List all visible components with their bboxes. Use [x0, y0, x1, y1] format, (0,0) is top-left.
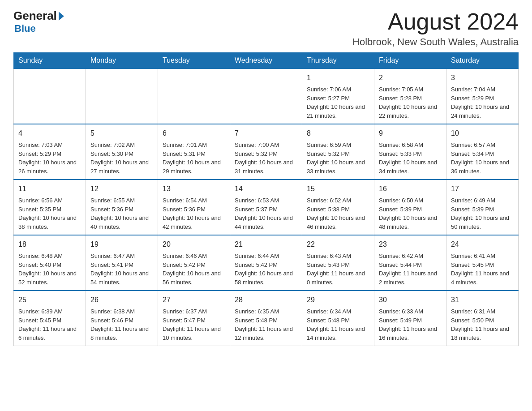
day-info: Sunrise: 6:54 AMSunset: 5:36 PMDaylight:… — [163, 196, 225, 231]
calendar-cell: 17Sunrise: 6:49 AMSunset: 5:39 PMDayligh… — [446, 180, 519, 235]
calendar-cell: 4Sunrise: 7:03 AMSunset: 5:29 PMDaylight… — [14, 124, 86, 180]
calendar-week-row: 11Sunrise: 6:56 AMSunset: 5:35 PMDayligh… — [14, 180, 519, 235]
title-block: August 2024 Holbrook, New South Wales, A… — [352, 9, 519, 48]
day-info: Sunrise: 6:43 AMSunset: 5:43 PMDaylight:… — [307, 252, 369, 287]
day-number: 1 — [307, 73, 369, 83]
day-info: Sunrise: 6:52 AMSunset: 5:38 PMDaylight:… — [307, 196, 369, 231]
calendar-cell — [158, 68, 230, 124]
day-info: Sunrise: 6:47 AMSunset: 5:41 PMDaylight:… — [90, 252, 153, 287]
day-number: 15 — [307, 184, 369, 194]
calendar-cell: 20Sunrise: 6:46 AMSunset: 5:42 PMDayligh… — [158, 235, 230, 291]
day-info: Sunrise: 6:34 AMSunset: 5:48 PMDaylight:… — [307, 307, 369, 342]
day-info: Sunrise: 6:59 AMSunset: 5:32 PMDaylight:… — [307, 141, 369, 176]
day-number: 25 — [18, 295, 81, 305]
logo-blue: Blue — [14, 23, 36, 34]
calendar-cell: 23Sunrise: 6:42 AMSunset: 5:44 PMDayligh… — [374, 235, 446, 291]
day-number: 4 — [18, 128, 81, 139]
day-number: 5 — [90, 128, 153, 139]
calendar-cell: 11Sunrise: 6:56 AMSunset: 5:35 PMDayligh… — [14, 180, 86, 235]
day-info: Sunrise: 6:37 AMSunset: 5:47 PMDaylight:… — [163, 307, 225, 342]
calendar-cell: 12Sunrise: 6:55 AMSunset: 5:36 PMDayligh… — [86, 180, 158, 235]
calendar-cell: 27Sunrise: 6:37 AMSunset: 5:47 PMDayligh… — [158, 291, 230, 346]
calendar-cell: 10Sunrise: 6:57 AMSunset: 5:34 PMDayligh… — [446, 124, 519, 180]
day-info: Sunrise: 7:04 AMSunset: 5:29 PMDaylight:… — [451, 85, 514, 120]
calendar-cell: 15Sunrise: 6:52 AMSunset: 5:38 PMDayligh… — [302, 180, 374, 235]
calendar-cell: 7Sunrise: 7:00 AMSunset: 5:32 PMDaylight… — [230, 124, 302, 180]
day-info: Sunrise: 6:55 AMSunset: 5:36 PMDaylight:… — [90, 196, 153, 231]
calendar-day-header: Saturday — [446, 53, 519, 69]
calendar-day-header: Monday — [86, 53, 158, 69]
calendar-cell: 21Sunrise: 6:44 AMSunset: 5:42 PMDayligh… — [230, 235, 302, 291]
calendar-cell: 19Sunrise: 6:47 AMSunset: 5:41 PMDayligh… — [86, 235, 158, 291]
calendar-cell: 24Sunrise: 6:41 AMSunset: 5:45 PMDayligh… — [446, 235, 519, 291]
calendar-cell: 1Sunrise: 7:06 AMSunset: 5:27 PMDaylight… — [302, 68, 374, 124]
calendar-week-row: 18Sunrise: 6:48 AMSunset: 5:40 PMDayligh… — [14, 235, 519, 291]
day-info: Sunrise: 7:02 AMSunset: 5:30 PMDaylight:… — [90, 141, 153, 176]
day-info: Sunrise: 7:00 AMSunset: 5:32 PMDaylight:… — [235, 141, 297, 176]
day-info: Sunrise: 6:35 AMSunset: 5:48 PMDaylight:… — [235, 307, 297, 342]
day-number: 3 — [451, 73, 514, 83]
day-number: 8 — [307, 128, 369, 139]
day-info: Sunrise: 6:41 AMSunset: 5:45 PMDaylight:… — [451, 252, 514, 287]
day-number: 23 — [379, 239, 442, 250]
calendar-cell: 14Sunrise: 6:53 AMSunset: 5:37 PMDayligh… — [230, 180, 302, 235]
calendar-cell: 25Sunrise: 6:39 AMSunset: 5:45 PMDayligh… — [14, 291, 86, 346]
calendar-cell: 5Sunrise: 7:02 AMSunset: 5:30 PMDaylight… — [86, 124, 158, 180]
day-number: 6 — [163, 128, 225, 139]
calendar-cell: 16Sunrise: 6:50 AMSunset: 5:39 PMDayligh… — [374, 180, 446, 235]
day-number: 30 — [379, 295, 442, 305]
logo-general: General — [13, 9, 57, 23]
day-number: 11 — [18, 184, 81, 194]
day-number: 18 — [18, 239, 81, 250]
logo-arrow-icon — [59, 12, 64, 21]
day-number: 10 — [451, 128, 514, 139]
day-number: 28 — [235, 295, 297, 305]
day-number: 21 — [235, 239, 297, 250]
calendar-week-row: 25Sunrise: 6:39 AMSunset: 5:45 PMDayligh… — [14, 291, 519, 346]
calendar-cell: 22Sunrise: 6:43 AMSunset: 5:43 PMDayligh… — [302, 235, 374, 291]
calendar-cell: 30Sunrise: 6:33 AMSunset: 5:49 PMDayligh… — [374, 291, 446, 346]
day-number: 12 — [90, 184, 153, 194]
day-number: 14 — [235, 184, 297, 194]
day-number: 22 — [307, 239, 369, 250]
calendar-day-header: Wednesday — [230, 53, 302, 69]
day-info: Sunrise: 6:50 AMSunset: 5:39 PMDaylight:… — [379, 196, 442, 231]
calendar-day-header: Friday — [374, 53, 446, 69]
day-number: 20 — [163, 239, 225, 250]
day-number: 17 — [451, 184, 514, 194]
day-number: 24 — [451, 239, 514, 250]
day-info: Sunrise: 7:05 AMSunset: 5:28 PMDaylight:… — [379, 85, 442, 120]
day-info: Sunrise: 7:03 AMSunset: 5:29 PMDaylight:… — [18, 141, 81, 176]
day-info: Sunrise: 6:49 AMSunset: 5:39 PMDaylight:… — [451, 196, 514, 231]
day-number: 9 — [379, 128, 442, 139]
day-info: Sunrise: 6:33 AMSunset: 5:49 PMDaylight:… — [379, 307, 442, 342]
calendar-header-row: SundayMondayTuesdayWednesdayThursdayFrid… — [14, 53, 519, 69]
calendar-cell: 6Sunrise: 7:01 AMSunset: 5:31 PMDaylight… — [158, 124, 230, 180]
calendar-cell: 9Sunrise: 6:58 AMSunset: 5:33 PMDaylight… — [374, 124, 446, 180]
day-info: Sunrise: 6:31 AMSunset: 5:50 PMDaylight:… — [451, 307, 514, 342]
day-info: Sunrise: 6:44 AMSunset: 5:42 PMDaylight:… — [235, 252, 297, 287]
logo-text: General — [13, 9, 64, 23]
calendar-week-row: 4Sunrise: 7:03 AMSunset: 5:29 PMDaylight… — [14, 124, 519, 180]
day-number: 7 — [235, 128, 297, 139]
day-info: Sunrise: 6:38 AMSunset: 5:46 PMDaylight:… — [90, 307, 153, 342]
day-number: 13 — [163, 184, 225, 194]
calendar-cell: 8Sunrise: 6:59 AMSunset: 5:32 PMDaylight… — [302, 124, 374, 180]
page-header: General Blue August 2024 Holbrook, New S… — [13, 9, 519, 48]
day-info: Sunrise: 7:01 AMSunset: 5:31 PMDaylight:… — [163, 141, 225, 176]
calendar-week-row: 1Sunrise: 7:06 AMSunset: 5:27 PMDaylight… — [14, 68, 519, 124]
calendar-cell: 2Sunrise: 7:05 AMSunset: 5:28 PMDaylight… — [374, 68, 446, 124]
day-number: 16 — [379, 184, 442, 194]
day-info: Sunrise: 6:39 AMSunset: 5:45 PMDaylight:… — [18, 307, 81, 342]
day-info: Sunrise: 7:06 AMSunset: 5:27 PMDaylight:… — [307, 85, 369, 120]
logo: General Blue — [13, 9, 64, 34]
day-info: Sunrise: 6:53 AMSunset: 5:37 PMDaylight:… — [235, 196, 297, 231]
calendar-day-header: Tuesday — [158, 53, 230, 69]
calendar-cell: 28Sunrise: 6:35 AMSunset: 5:48 PMDayligh… — [230, 291, 302, 346]
day-number: 19 — [90, 239, 153, 250]
calendar-cell — [14, 68, 86, 124]
day-info: Sunrise: 6:42 AMSunset: 5:44 PMDaylight:… — [379, 252, 442, 287]
day-info: Sunrise: 6:48 AMSunset: 5:40 PMDaylight:… — [18, 252, 81, 287]
month-title: August 2024 — [352, 9, 519, 34]
calendar-cell: 18Sunrise: 6:48 AMSunset: 5:40 PMDayligh… — [14, 235, 86, 291]
